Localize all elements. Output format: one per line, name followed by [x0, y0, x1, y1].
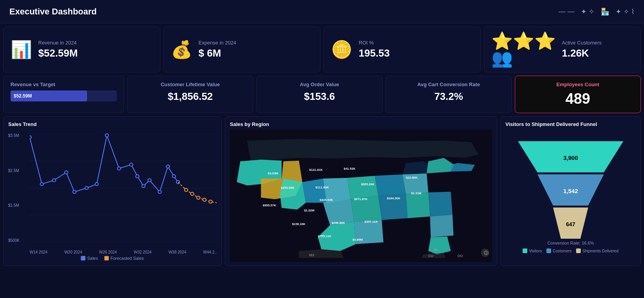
svg-text:DO: DO — [458, 254, 463, 258]
svg-text:$871.87K: $871.87K — [354, 197, 368, 201]
svg-text:CU: CU — [428, 254, 433, 258]
svg-text:$357.11K: $357.11K — [365, 220, 378, 224]
employees-value: 489 — [522, 90, 633, 107]
svg-text:$121.81K: $121.81K — [309, 168, 323, 172]
svg-text:$1.02M: $1.02M — [304, 209, 315, 212]
revenue-label: Revenue in 2024 — [38, 40, 78, 46]
kpi-card-roi: 🪙 ROI % 195.53 — [324, 27, 481, 73]
svg-point-26 — [209, 200, 212, 203]
svg-point-14 — [130, 163, 133, 166]
svg-point-18 — [158, 190, 161, 193]
x-label-4: W38 2024 — [169, 250, 187, 254]
revenue-icon: 📊 — [11, 41, 32, 58]
funnel-area: 3,900 1,542 647 — [505, 129, 636, 247]
y-label-0: $3.5M — [8, 133, 28, 138]
cursor-icon: ✦ ✧ ⌇ — [616, 7, 635, 16]
y-label-2: $1.5M — [8, 203, 28, 208]
forecast-checkbox[interactable] — [104, 256, 109, 261]
customers-legend-label: Customers — [553, 249, 571, 253]
sales-map-title: Sales by Region — [230, 121, 492, 127]
funnel-legend-customers: Customers — [546, 248, 571, 253]
revenue-bar: $52.59M — [11, 90, 117, 101]
cart-value: 73.2% — [393, 90, 504, 103]
kpi-row: 📊 Revenue in 2024 $52.59M 💰 Expense in 2… — [0, 23, 644, 73]
svg-point-16 — [142, 184, 145, 188]
legend-forecast: Forecasted Sales — [104, 256, 144, 261]
expense-value: $ 6M — [199, 47, 237, 59]
customers-label: Active Customers — [562, 40, 602, 46]
svg-text:$755.11K: $755.11K — [318, 234, 331, 238]
roi-value: 195.53 — [359, 47, 390, 59]
svg-text:647: 647 — [566, 221, 575, 227]
sales-trend-card: Sales Trend $3.5M $2.5M $1.5M $500K — [3, 116, 222, 266]
metric-revenue-target-label: Revenue vs Target — [11, 82, 117, 87]
svg-text:1,542: 1,542 — [563, 188, 578, 194]
chart-svg-area — [30, 133, 217, 243]
legend-sales: Sales — [81, 256, 98, 261]
svg-text:$41.52K: $41.52K — [344, 167, 356, 170]
funnel-title: Visitors to Shipment Delivered Funnel — [505, 121, 636, 127]
header-icons: — — ✦ ✧ 🏪 ✦ ✧ ⌇ — [559, 7, 635, 16]
svg-text:$253.59K: $253.59K — [281, 186, 295, 190]
x-label-3: W32 2024 — [134, 250, 152, 254]
customers-icon: ⭐⭐⭐👥 — [491, 32, 556, 67]
svg-point-11 — [95, 183, 98, 186]
revenue-value: $52.59M — [38, 47, 78, 59]
svg-text:3,900: 3,900 — [563, 154, 578, 161]
aov-value: $153.6 — [264, 90, 375, 103]
metric-row: Revenue vs Target $52.59M Customer Lifet… — [0, 73, 644, 113]
svg-point-12 — [105, 134, 109, 137]
bottom-row: Sales Trend $3.5M $2.5M $1.5M $500K — [0, 113, 644, 269]
svg-text:$294.00K: $294.00K — [387, 197, 400, 200]
roi-label: ROI % — [359, 40, 390, 46]
page-title: Executive Dashboard — [9, 7, 97, 17]
sales-trend-title: Sales Trend — [8, 121, 217, 127]
x-label-5: W44 2.. — [203, 250, 217, 254]
svg-point-23 — [190, 192, 194, 195]
y-label-1: $2.5M — [8, 169, 28, 173]
kpi-card-expense: 💰 Expense in 2024 $ 6M — [164, 27, 321, 73]
funnel-card: Visitors to Shipment Delivered Funnel 3,… — [500, 116, 641, 266]
svg-point-6 — [40, 183, 43, 186]
svg-text:$4.69M: $4.69M — [352, 238, 363, 241]
visitors-color — [523, 248, 527, 253]
y-axis: $3.5M $2.5M $1.5M $500K — [8, 133, 28, 243]
svg-text:JM: JM — [434, 248, 438, 252]
svg-point-17 — [148, 179, 151, 182]
svg-point-15 — [136, 175, 139, 178]
svg-text:MX: MX — [309, 253, 314, 257]
svg-point-13 — [117, 167, 121, 170]
clv-label: Customer Lifetime Value — [135, 82, 246, 87]
chart-legend: Sales Forecasted Sales — [8, 256, 217, 261]
svg-point-8 — [65, 171, 68, 174]
shipments-legend-label: Shipments Delivered — [582, 249, 618, 253]
metric-employees: Employees Count 489 — [515, 76, 641, 113]
svg-point-9 — [73, 190, 76, 193]
svg-point-22 — [185, 188, 188, 192]
cart-label: Avg Cart Conversion Rate — [393, 82, 504, 87]
visitors-legend-label: Visitors — [529, 249, 542, 253]
shop-icon: 🏪 — [601, 7, 609, 16]
metric-cart: Avg Cart Conversion Rate 73.2% — [386, 76, 512, 113]
kpi-card-customers: ⭐⭐⭐👥 Active Customers 1.26K — [484, 27, 641, 73]
svg-text:$3.03M: $3.03M — [268, 172, 278, 175]
svg-point-10 — [85, 186, 88, 190]
x-axis: W14 2024 W20 2024 W26 2024 W32 2024 W38 … — [30, 250, 217, 254]
aov-label: Avg Order Value — [264, 82, 375, 87]
minimize-icon[interactable]: — — — [559, 7, 575, 16]
employees-label: Employees Count — [522, 82, 633, 87]
svg-text:ⓘ: ⓘ — [484, 250, 488, 255]
svg-point-20 — [172, 175, 175, 178]
svg-text:$156.16K: $156.16K — [292, 222, 306, 226]
svg-point-5 — [30, 136, 31, 139]
expense-icon: 💰 — [171, 41, 192, 58]
metric-clv: Customer Lifetime Value $1,856.52 — [127, 76, 253, 113]
sales-legend-label: Sales — [87, 256, 98, 261]
expense-label: Expense in 2024 — [199, 40, 237, 46]
svg-text:$296.86K: $296.86K — [332, 222, 345, 225]
sparkle-icon: ✦ ✧ — [581, 7, 594, 16]
sales-checkbox[interactable] — [81, 256, 85, 261]
sales-map-card: Sales by Region — [225, 116, 497, 266]
metric-aov: Avg Order Value $153.6 — [256, 76, 382, 113]
svg-text:$955.57K: $955.57K — [263, 204, 276, 207]
